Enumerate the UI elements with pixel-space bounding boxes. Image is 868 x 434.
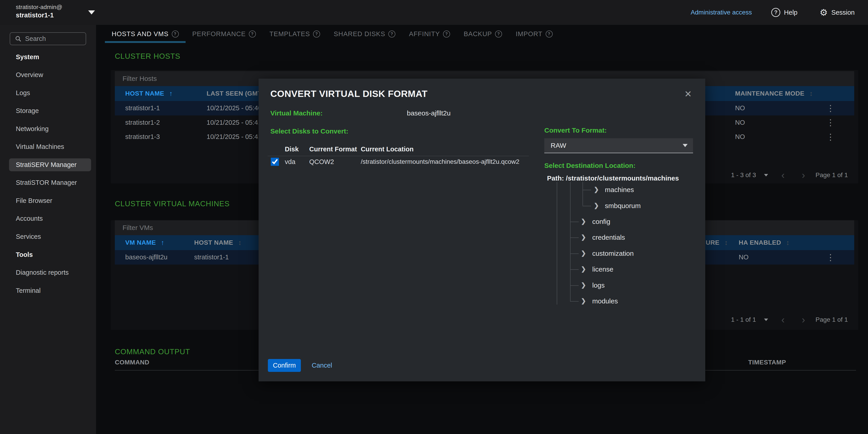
hosts-col-host-name[interactable]: HOST NAME (125, 86, 173, 101)
tab[interactable]: BACKUP (457, 25, 509, 43)
search-input[interactable] (25, 35, 79, 42)
pagination-caret-icon[interactable] (764, 174, 768, 176)
tab-label: IMPORT (516, 30, 542, 38)
tab-help-icon[interactable] (172, 31, 179, 37)
vm-host-cell: stratistor1-1 (194, 250, 229, 265)
sidebar-group-items: Diagnostic reports Terminal (0, 264, 96, 300)
host-kebab-menu-icon[interactable] (826, 115, 835, 130)
pagination-prev-icon[interactable] (781, 171, 784, 179)
host-last-seen-cell: 10/21/2025 - 05:41 (207, 130, 261, 144)
sidebar-item-label: Virtual Machines (16, 143, 64, 151)
session-button[interactable]: Session (819, 8, 855, 17)
confirm-button[interactable]: Confirm (268, 359, 301, 372)
vm-ha-cell: NO (739, 250, 749, 265)
sidebar-group-heading: System (0, 48, 96, 66)
disk-col-header: Disk (285, 145, 299, 153)
sidebar-item-label: Overview (16, 71, 43, 79)
format-col-header: Current Format (309, 145, 357, 153)
sort-both-icon (786, 239, 790, 246)
disk-checkbox[interactable] (271, 158, 279, 166)
tab-label: HOSTS AND VMS (112, 30, 168, 38)
sidebar-item-label: Accounts (16, 215, 43, 222)
chevron-right-icon[interactable] (581, 234, 586, 241)
administrative-access-link[interactable]: Administrative access (691, 9, 752, 16)
tab[interactable]: IMPORT (509, 25, 559, 43)
modal-vm-value: baseos-ajfllt2u (407, 109, 451, 117)
hosts-pagination-range[interactable]: 1 - 3 of 3 (731, 171, 756, 179)
tab-help-icon[interactable] (495, 31, 502, 37)
tab-label: AFFINITY (409, 30, 440, 38)
tree-item[interactable]: modules (544, 293, 698, 305)
vms-pagination-range[interactable]: 1 - 1 of 1 (731, 316, 756, 323)
tab-help-icon[interactable] (249, 31, 256, 37)
tab-help-icon[interactable] (443, 31, 450, 37)
timestamp-column-header: TIMESTAMP (748, 359, 786, 366)
sidebar-item[interactable]: Logs (0, 84, 96, 102)
tree-item[interactable]: config (544, 214, 698, 230)
app-root: stratistor-admin@ stratistor1-1 Administ… (0, 0, 868, 434)
sidebar-item[interactable]: Diagnostic reports (0, 264, 96, 282)
user-caret-icon[interactable] (88, 10, 95, 14)
hosts-col-last-seen[interactable]: LAST SEEN (GMT) (207, 86, 264, 101)
sidebar-item[interactable]: Networking (0, 120, 96, 138)
help-icon (771, 8, 780, 17)
sidebar-item[interactable]: Services (0, 228, 96, 246)
tab[interactable]: HOSTS AND VMS (105, 25, 186, 43)
masthead: stratistor-admin@ stratistor1-1 Administ… (0, 0, 868, 25)
chevron-right-icon[interactable] (594, 186, 599, 193)
sidebar-item[interactable]: StratiSERV Manager (0, 156, 96, 174)
host-kebab-menu-icon[interactable] (826, 130, 835, 144)
sidebar-search[interactable] (10, 32, 86, 45)
command-output-title: COMMAND OUTPUT (115, 347, 190, 356)
chevron-right-icon[interactable] (594, 202, 599, 209)
chevron-right-icon[interactable] (581, 297, 586, 305)
tab-help-icon[interactable] (546, 31, 553, 37)
sidebar-item[interactable]: Overview (0, 66, 96, 84)
tree-item[interactable]: customization (544, 245, 698, 261)
cancel-button[interactable]: Cancel (312, 359, 332, 372)
tab[interactable]: TEMPLATES (263, 25, 327, 43)
tab[interactable]: SHARED DISKS (327, 25, 402, 43)
tab-help-icon[interactable] (313, 31, 320, 37)
chevron-right-icon[interactable] (581, 249, 586, 257)
tree-item[interactable]: smbquorum (544, 198, 698, 213)
tab-label: PERFORMANCE (192, 30, 246, 38)
vms-col-partially-hidden[interactable]: URE (706, 235, 728, 250)
format-select[interactable]: RAW (544, 138, 693, 153)
pagination-next-icon[interactable] (802, 171, 805, 179)
pagination-prev-icon[interactable] (781, 315, 784, 324)
vms-col-host-name[interactable]: HOST NAME (194, 235, 242, 250)
tree-item[interactable]: credentials (544, 230, 698, 245)
tab[interactable]: AFFINITY (402, 25, 457, 43)
tree-item[interactable]: logs (544, 277, 698, 293)
sidebar-item[interactable]: Virtual Machines (0, 138, 96, 156)
chevron-right-icon[interactable] (581, 265, 586, 273)
tab-help-icon[interactable] (388, 31, 395, 37)
sidebar-item[interactable]: Storage (0, 102, 96, 120)
help-button[interactable]: Help (771, 8, 798, 17)
sidebar-item-label: Networking (16, 125, 49, 133)
sidebar-nav: System Overview Logs Storage Networking (0, 48, 96, 300)
pagination-next-icon[interactable] (802, 315, 805, 324)
vm-kebab-menu-icon[interactable] (826, 250, 835, 265)
user-menu[interactable]: stratistor-admin@ stratistor1-1 (16, 3, 62, 20)
chevron-down-icon (683, 144, 688, 147)
hosts-col-maintenance-mode[interactable]: MAINTENANCE MODE (735, 86, 813, 101)
sidebar-item[interactable]: Accounts (0, 210, 96, 228)
close-icon[interactable] (682, 88, 694, 100)
sidebar-item[interactable]: StratiSTOR Manager (0, 174, 96, 192)
vms-col-vm-name[interactable]: VM NAME (125, 235, 164, 250)
tab[interactable]: PERFORMANCE (186, 25, 263, 43)
host-kebab-menu-icon[interactable] (826, 101, 835, 115)
chevron-right-icon[interactable] (581, 218, 586, 225)
chevron-right-icon[interactable] (581, 281, 586, 289)
sidebar-item[interactable]: File Browser (0, 192, 96, 210)
tree-item[interactable]: license (544, 261, 698, 277)
hosts-pagination: 1 - 3 of 3 Page 1 of 1 (731, 170, 848, 180)
pagination-caret-icon[interactable] (764, 319, 768, 321)
sidebar-item[interactable]: Terminal (0, 282, 96, 300)
tree-item[interactable]: machines (544, 182, 698, 198)
sidebar-group: Tools Diagnostic reports Terminal (0, 245, 96, 300)
vms-col-ha-enabled[interactable]: HA ENABLED (739, 235, 789, 250)
sidebar: System Overview Logs Storage Networking (0, 25, 96, 434)
